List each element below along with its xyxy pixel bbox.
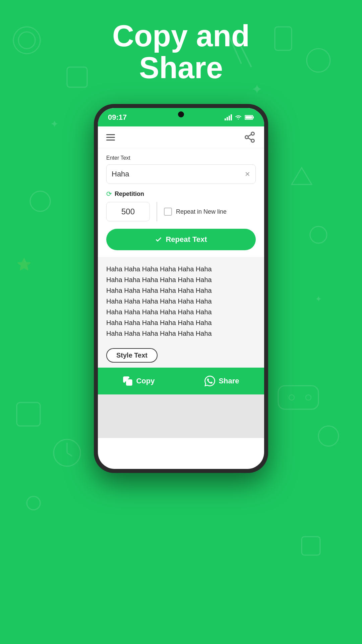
svg-point-33 bbox=[251, 139, 254, 142]
bottom-bar: Copy Share bbox=[98, 368, 264, 394]
new-line-label: Repeat in New line bbox=[176, 208, 227, 215]
svg-line-34 bbox=[248, 138, 251, 140]
style-text-button[interactable]: Style Text bbox=[106, 348, 158, 363]
repetition-label: Repetition bbox=[115, 191, 144, 198]
svg-point-23 bbox=[306, 395, 311, 400]
repeat-icon: ⟳ bbox=[106, 190, 112, 198]
svg-line-20 bbox=[67, 453, 72, 456]
svg-line-35 bbox=[248, 135, 251, 137]
svg-text:⭐: ⭐ bbox=[17, 257, 32, 271]
svg-text:✦: ✦ bbox=[50, 118, 59, 129]
svg-rect-30 bbox=[253, 116, 254, 118]
repetition-value: 500 bbox=[106, 202, 150, 221]
checkmark-icon bbox=[155, 236, 162, 243]
header-title: Copy and Share bbox=[0, 20, 362, 84]
phone-device: 09:17 bbox=[94, 104, 268, 473]
clear-button[interactable]: ✕ bbox=[245, 170, 250, 178]
svg-point-7 bbox=[310, 226, 327, 243]
status-icons bbox=[225, 114, 254, 120]
svg-rect-27 bbox=[231, 114, 232, 120]
repetition-section: ⟳ Repetition 500 Repeat in New line bbox=[106, 190, 256, 221]
app-content: Enter Text ✕ ⟳ Repetition 500 bbox=[98, 148, 264, 257]
app-bar bbox=[98, 126, 264, 148]
repeat-button-label: Repeat Text bbox=[166, 235, 207, 244]
share-whatsapp-button[interactable]: Share bbox=[204, 376, 239, 386]
svg-text:✦: ✦ bbox=[315, 294, 322, 304]
copy-button[interactable]: Copy bbox=[123, 376, 155, 386]
wifi-icon bbox=[235, 115, 242, 120]
svg-point-18 bbox=[54, 439, 80, 466]
whatsapp-icon bbox=[204, 376, 215, 386]
status-time: 09:17 bbox=[108, 113, 127, 122]
svg-point-22 bbox=[289, 395, 294, 400]
output-text: Haha Haha Haha Haha Haha Haha Haha Haha … bbox=[106, 264, 256, 339]
phone-bottom-area bbox=[98, 394, 264, 438]
svg-text:✦: ✦ bbox=[251, 82, 263, 97]
svg-rect-29 bbox=[245, 116, 252, 119]
menu-button[interactable] bbox=[106, 134, 115, 141]
svg-rect-26 bbox=[229, 116, 230, 120]
svg-rect-24 bbox=[225, 118, 226, 120]
hamburger-line-1 bbox=[106, 134, 115, 135]
copy-label: Copy bbox=[136, 377, 155, 385]
svg-rect-8 bbox=[17, 402, 40, 426]
svg-rect-25 bbox=[227, 117, 228, 120]
svg-point-31 bbox=[251, 132, 254, 135]
svg-rect-11 bbox=[302, 537, 320, 555]
svg-point-32 bbox=[245, 136, 248, 139]
output-area: Haha Haha Haha Haha Haha Haha Haha Haha … bbox=[98, 257, 264, 368]
share-label: Share bbox=[219, 377, 239, 385]
repetition-controls: 500 Repeat in New line bbox=[106, 202, 256, 221]
repeat-text-button[interactable]: Repeat Text bbox=[106, 229, 256, 250]
battery-icon bbox=[245, 115, 254, 120]
signal-icon bbox=[225, 114, 232, 120]
enter-text-label: Enter Text bbox=[106, 155, 256, 161]
new-line-checkbox[interactable] bbox=[164, 208, 172, 216]
new-line-row: Repeat in New line bbox=[164, 208, 227, 216]
hamburger-line-3 bbox=[106, 140, 115, 141]
hamburger-line-2 bbox=[106, 137, 115, 138]
svg-point-10 bbox=[27, 496, 40, 510]
svg-rect-36 bbox=[127, 380, 132, 385]
svg-rect-21 bbox=[278, 386, 318, 409]
svg-marker-6 bbox=[292, 168, 312, 184]
share-button[interactable] bbox=[244, 131, 256, 143]
svg-point-5 bbox=[30, 191, 50, 211]
copy-icon bbox=[123, 376, 133, 386]
text-input-container: ✕ bbox=[106, 164, 256, 184]
divider bbox=[157, 202, 157, 221]
camera-notch bbox=[178, 111, 184, 117]
svg-point-9 bbox=[318, 426, 339, 446]
text-input[interactable] bbox=[112, 170, 245, 178]
